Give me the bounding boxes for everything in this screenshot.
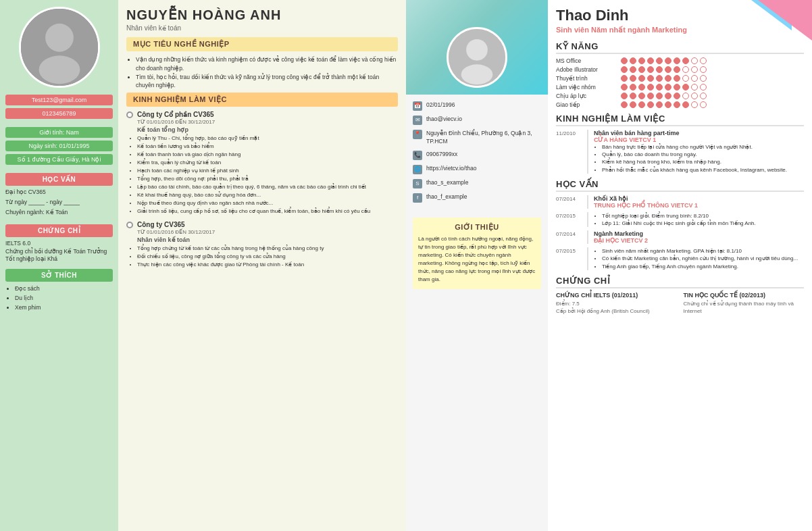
- left-cert2: Chứng chỉ bồi dưỡng Kế Toán Trưởng: [5, 248, 113, 256]
- left-subtitle: Nhân viên kế toán: [126, 24, 398, 32]
- hobby-3: Xem phim: [15, 303, 113, 313]
- right-exp-title: KINH NGHIỆM LÀM VIỆC: [556, 113, 804, 124]
- skill-name-3: Làm việc nhóm: [556, 84, 617, 91]
- duty-2-1: Tổng hợp chứng từ kế toán từ các cửa hàn…: [137, 245, 398, 253]
- duty-1-3: Kế toán thanh toán và giao dịch ngân hàn…: [137, 151, 398, 159]
- edu-detail-2-2: Lớp 11: Giải Nhì cuộc thi Học sinh giỏi …: [602, 220, 804, 227]
- skill-dot-2-2: [638, 75, 645, 82]
- svg-point-2: [39, 55, 80, 84]
- skill-dot-2-3: [647, 75, 654, 82]
- edu-date-4: 07/2015: [556, 247, 582, 270]
- duty-1-6: Tổng hợp, theo dõi công nợ: phải thu, ph…: [137, 175, 398, 183]
- skill-dot-3-5: [665, 84, 671, 91]
- skill-dots-0: [621, 57, 707, 64]
- right-intro-box: GIỚI THIỆU Là người có tính cách hướng n…: [413, 218, 541, 289]
- skill-dot-2-8: [691, 75, 698, 82]
- skill-dot-0-1: [630, 57, 636, 64]
- skill-name-5: Giao tiếp: [556, 101, 617, 108]
- edu-details-2: Tốt nghiệp loại giỏi. Điểm trung bình: 8…: [594, 212, 804, 227]
- skill-dot-0-3: [647, 57, 654, 64]
- skills-grid: MS OfficeAdobe IllustratorThuyết trìnhLà…: [556, 57, 804, 108]
- edu-school-1: TRUNG HỌC PHỔ THÔNG VIETCV 1: [594, 202, 804, 209]
- skill-dot-3-1: [630, 84, 636, 91]
- work-role-2: Nhân viên kế toán: [137, 236, 398, 243]
- skill-name-0: MS Office: [556, 57, 617, 64]
- skill-row-5: Giao tiếp: [556, 101, 804, 108]
- work-item-1: Công ty Cổ phần CV365 TỪ 01/01/2016 ĐẾN …: [126, 111, 398, 216]
- right-intro-title: GIỚI THIỆU: [418, 223, 536, 232]
- left-edu-major: Chuyên ngành: Kế Toán: [5, 209, 113, 217]
- hobby-2: Du lịch: [15, 294, 113, 303]
- edu-date-3: 07/2014: [556, 230, 582, 244]
- edu-school-3: ĐẠI HỌC VIETCV 2: [594, 237, 804, 244]
- right-contact: 📅 02/01/1996 ✉ thao@viecv.io 📍 Nguyễn Đì…: [406, 95, 548, 214]
- skill-dot-1-4: [656, 66, 663, 73]
- right-skype: thao_s_example: [426, 179, 468, 187]
- left-cert3: Tốt nghiệp loại Khá: [5, 255, 113, 263]
- left-sidebar: Test123@gmail.com 0123456789 Giới tính: …: [0, 0, 118, 531]
- skill-dot-4-3: [647, 93, 654, 99]
- right-skype-item: S thao_s_example: [413, 179, 541, 188]
- skill-row-4: Chịu áp lực: [556, 93, 804, 99]
- left-objective-text: Vận dụng những kiến thức và kinh nghiệm …: [126, 55, 398, 90]
- duty-1-7: Lập báo cáo tài chính, báo cáo quản trị …: [137, 183, 398, 191]
- cert-ielts-score: Điểm: 7.5: [556, 300, 677, 307]
- cert-ielts-title: CHỨNG CHỈ IELTS (01/2011): [556, 292, 677, 299]
- dob-icon: 📅: [413, 101, 422, 111]
- skill-dot-1-9: [700, 66, 707, 73]
- edu-body-3: Ngành Marketing ĐẠI HỌC VIETCV 2: [587, 230, 804, 244]
- work-circle-2: [126, 222, 133, 228]
- w-bullet-1: Bán hàng trực tiếp tại cửa hàng cho ngườ…: [602, 143, 804, 151]
- left-exp-title: KINH NGHIỆM LÀM VIỆC: [126, 93, 398, 107]
- skill-row-2: Thuyết trình: [556, 75, 804, 82]
- edu-body-4: Sinh viên năm nhất ngành Marketing. GPA …: [587, 247, 804, 270]
- skill-dots-3: [621, 84, 707, 91]
- skill-dot-1-0: [621, 66, 628, 73]
- skill-dot-3-4: [656, 84, 663, 91]
- skill-dot-1-7: [682, 66, 689, 73]
- duty-1-4: Kiểm tra, quản lý chứng từ kế toán: [137, 159, 398, 167]
- w-bullet-2: Quản lý, báo cáo doanh thu trong ngày.: [602, 151, 804, 158]
- skill-dot-3-7: [682, 84, 689, 91]
- right-phone: 09067999xx: [426, 151, 457, 159]
- right-website-item: 🌐 https://vietcv.io/thao: [413, 165, 541, 174]
- hobby-1: Đọc sách: [15, 284, 113, 294]
- skill-row-1: Adobe Illustrator: [556, 66, 804, 73]
- duty-1-10: Giải trình số liệu, cung cấp hồ sơ, số l…: [137, 207, 398, 216]
- right-cert-title: CHỨNG CHỈ: [556, 276, 804, 286]
- skill-dot-3-6: [674, 84, 680, 91]
- w-bullet-4: Phản hồi thắc mắc của khách hàng qua kên…: [602, 166, 804, 174]
- skill-dot-0-9: [700, 57, 707, 64]
- skill-dot-2-7: [682, 75, 689, 82]
- skill-dot-0-4: [656, 57, 663, 64]
- skill-dot-5-7: [682, 101, 689, 108]
- skill-dot-1-6: [674, 66, 680, 73]
- skill-dot-2-9: [700, 75, 707, 82]
- svg-point-1: [45, 24, 74, 52]
- facebook-icon: f: [413, 193, 422, 203]
- edu-entry-3: 07/2014 Ngành Marketing ĐẠI HỌC VIETCV 2: [556, 230, 804, 244]
- skill-dot-5-2: [638, 101, 645, 108]
- work-duties-2: Tổng hợp chứng từ kế toán từ các cửa hàn…: [137, 245, 398, 269]
- right-address-item: 📍 Nguyễn Đình Chiểu, Phường 6, Quận 3, T…: [413, 130, 541, 146]
- right-facebook: thao_f_example: [426, 193, 467, 201]
- skill-dot-2-5: [665, 75, 671, 82]
- duty-2-2: Đối chiếu số liệu, công nợ giữa tổng côn…: [137, 253, 398, 261]
- edu-detail-4-2: Có kiến thức Marketing căn bản, nghiên c…: [602, 255, 804, 262]
- edu-details-4: Sinh viên năm nhất ngành Marketing. GPA …: [594, 247, 804, 270]
- left-phone: 0123456789: [5, 108, 113, 119]
- right-cv: 📅 02/01/1996 ✉ thao@viecv.io 📍 Nguyễn Đì…: [406, 0, 812, 531]
- edu-entry-4: 07/2015 Sinh viên năm nhất ngành Marketi…: [556, 247, 804, 270]
- right-website: https://vietcv.io/thao: [426, 165, 477, 173]
- skill-dot-0-8: [691, 57, 698, 64]
- skill-row-3: Làm việc nhóm: [556, 84, 804, 91]
- skype-icon: S: [413, 179, 422, 188]
- work-role-1: Kế toán tổng hợp: [137, 126, 398, 133]
- cert-it-title: TIN HỌC QUỐC TẾ (02/2013): [684, 292, 805, 299]
- address-icon: 📍: [413, 130, 422, 139]
- right-facebook-item: f thao_f_example: [413, 193, 541, 203]
- left-avatar: [19, 7, 100, 88]
- objective-1: Vận dụng những kiến thức và kinh nghiệm …: [136, 55, 398, 73]
- skill-dot-0-6: [674, 57, 680, 64]
- right-work-entry-1: 11/2010 Nhân viên bán hàng part-time CỬA…: [556, 130, 804, 174]
